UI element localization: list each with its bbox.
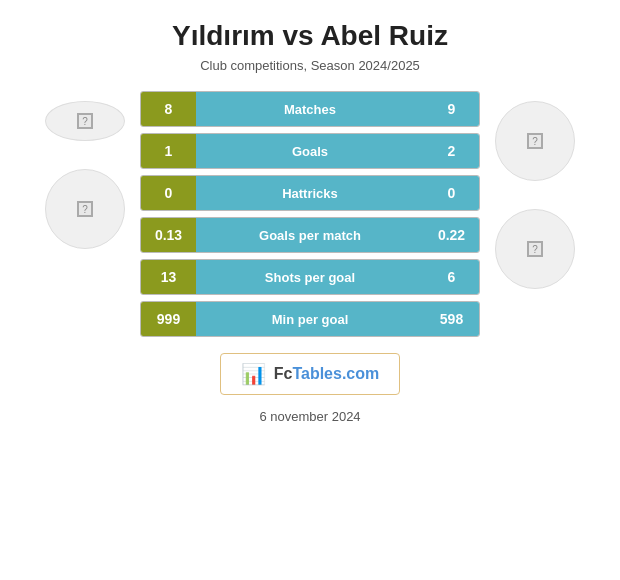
stat-left-value-5: 999 <box>141 302 196 336</box>
stat-left-value-2: 0 <box>141 176 196 210</box>
stat-row-2: 0Hattricks0 <box>140 175 480 211</box>
stat-left-value-0: 8 <box>141 92 196 126</box>
page-container: Yıldırım vs Abel Ruiz Club competitions,… <box>0 0 620 580</box>
stat-row-0: 8Matches9 <box>140 91 480 127</box>
stat-left-value-1: 1 <box>141 134 196 168</box>
left-player-avatars: ? ? <box>30 101 140 249</box>
page-title: Yıldırım vs Abel Ruiz <box>172 20 448 52</box>
stat-label-1: Goals <box>196 134 424 168</box>
stat-label-5: Min per goal <box>196 302 424 336</box>
stat-left-value-4: 13 <box>141 260 196 294</box>
stat-label-3: Goals per match <box>196 218 424 252</box>
right-player-avatars: ? ? <box>480 101 590 289</box>
left-player-photo: ? <box>45 169 125 249</box>
stat-label-0: Matches <box>196 92 424 126</box>
stats-area: 8Matches91Goals20Hattricks00.13Goals per… <box>140 91 480 337</box>
left-player-photo-placeholder: ? <box>77 201 93 217</box>
comparison-area: ? ? 8Matches91Goals20Hattricks00.13Goals… <box>10 91 610 337</box>
stat-right-value-5: 598 <box>424 302 479 336</box>
stat-row-1: 1Goals2 <box>140 133 480 169</box>
right-player-photo-placeholder: ? <box>527 133 543 149</box>
stat-row-4: 13Shots per goal6 <box>140 259 480 295</box>
stat-row-5: 999Min per goal598 <box>140 301 480 337</box>
logo-chart-icon: 📊 <box>241 362 266 386</box>
footer-date: 6 november 2024 <box>259 409 360 424</box>
right-team-logo-placeholder: ? <box>527 241 543 257</box>
stat-right-value-0: 9 <box>424 92 479 126</box>
stat-left-value-3: 0.13 <box>141 218 196 252</box>
right-player-photo: ? <box>495 101 575 181</box>
left-team-logo-placeholder: ? <box>77 113 93 129</box>
stat-label-2: Hattricks <box>196 176 424 210</box>
page-subtitle: Club competitions, Season 2024/2025 <box>200 58 420 73</box>
fctables-logo: 📊 FcTables.com <box>220 353 401 395</box>
stat-label-4: Shots per goal <box>196 260 424 294</box>
stat-row-3: 0.13Goals per match0.22 <box>140 217 480 253</box>
stat-right-value-1: 2 <box>424 134 479 168</box>
stat-right-value-3: 0.22 <box>424 218 479 252</box>
right-player-team-logo: ? <box>495 209 575 289</box>
stat-right-value-2: 0 <box>424 176 479 210</box>
left-player-team-logo: ? <box>45 101 125 141</box>
logo-text: FcTables.com <box>274 365 380 383</box>
stat-right-value-4: 6 <box>424 260 479 294</box>
